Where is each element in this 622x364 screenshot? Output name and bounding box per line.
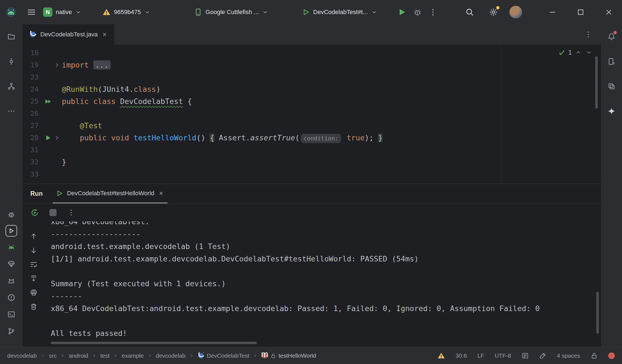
inspection-widget[interactable]: 1 bbox=[558, 49, 593, 56]
run-class-icon[interactable] bbox=[45, 98, 52, 105]
next-occurrence-button[interactable] bbox=[30, 247, 38, 254]
maximize-button[interactable] bbox=[573, 4, 588, 20]
folded-region[interactable]: } bbox=[378, 133, 382, 142]
soft-wrap-button[interactable] bbox=[30, 261, 38, 268]
device-selector[interactable]: Google Cuttlefish ... bbox=[190, 6, 272, 18]
line-number[interactable]: 32 bbox=[23, 156, 39, 168]
line-number[interactable]: 24 bbox=[23, 83, 39, 95]
search-button[interactable] bbox=[462, 4, 477, 20]
console-hscrollbar[interactable] bbox=[51, 342, 257, 344]
close-button[interactable] bbox=[601, 4, 616, 20]
avatar[interactable] bbox=[509, 6, 522, 18]
file-encoding[interactable]: UTF-8 bbox=[495, 352, 511, 359]
run-button[interactable] bbox=[394, 4, 410, 20]
structure-toolwindow-button[interactable] bbox=[5, 80, 18, 93]
logcat-toolwindow-button[interactable] bbox=[5, 274, 18, 287]
breadcrumb-item[interactable]: android bbox=[69, 352, 88, 359]
code-line[interactable]: 26 bbox=[23, 108, 601, 120]
more-toolwindows-button[interactable] bbox=[5, 105, 18, 117]
indent-style[interactable]: 4 spaces bbox=[557, 352, 580, 359]
line-number[interactable]: 27 bbox=[23, 120, 39, 132]
reader-mode-button[interactable] bbox=[522, 352, 529, 359]
console-more-button[interactable] bbox=[63, 205, 79, 220]
code-line[interactable]: 18 bbox=[23, 47, 601, 59]
console-vscrollbar[interactable] bbox=[596, 292, 599, 334]
code-line[interactable]: 27 @Test bbox=[23, 120, 601, 132]
readonly-toggle[interactable] bbox=[591, 352, 598, 359]
ide-error-indicator[interactable] bbox=[608, 352, 615, 359]
line-separator[interactable]: LF bbox=[477, 352, 484, 359]
code-line[interactable]: 28 public void testHelloWorld() { Assert… bbox=[23, 132, 601, 144]
run-toolwindow-button[interactable] bbox=[6, 225, 17, 237]
gemini-button[interactable] bbox=[605, 105, 618, 117]
prev-inspection-button[interactable] bbox=[575, 49, 582, 56]
line-number[interactable]: 28 bbox=[23, 132, 39, 144]
run-tab[interactable]: DevCodelabTest#testHelloWorld bbox=[53, 184, 168, 204]
print-button[interactable] bbox=[30, 289, 38, 296]
code-line[interactable]: 33 bbox=[23, 168, 601, 180]
code-line[interactable]: 24@RunWith(JUnit4.class) bbox=[23, 83, 601, 95]
scroll-to-end-button[interactable] bbox=[30, 275, 38, 282]
stop-icon bbox=[49, 209, 57, 216]
debug-toolwindow-button[interactable] bbox=[5, 208, 18, 221]
run-tab-close-icon[interactable] bbox=[158, 190, 164, 196]
run-configuration-selector[interactable]: DevCodelabTest#t... bbox=[298, 6, 381, 18]
code-line[interactable]: 19import ... bbox=[23, 59, 601, 71]
editor-scrollbar[interactable] bbox=[595, 56, 598, 109]
clear-console-button[interactable] bbox=[30, 303, 38, 311]
folded-region[interactable]: { bbox=[210, 133, 214, 142]
highlight-level-button[interactable] bbox=[539, 352, 546, 359]
version-control-toolwindow-button[interactable] bbox=[5, 325, 18, 338]
problems-toolwindow-button[interactable] bbox=[5, 291, 18, 304]
notifications-button[interactable] bbox=[605, 30, 618, 43]
caret-position[interactable]: 30:6 bbox=[456, 352, 467, 359]
code-line[interactable]: 31 bbox=[23, 144, 601, 156]
running-devices-button[interactable] bbox=[605, 80, 618, 93]
tab-close-icon[interactable] bbox=[102, 31, 108, 38]
tab-options-button[interactable] bbox=[581, 27, 596, 42]
breadcrumb-item[interactable]: test bbox=[100, 352, 110, 359]
vcs-widget[interactable]: 9659b475 bbox=[99, 6, 154, 18]
line-number[interactable]: 31 bbox=[23, 144, 39, 156]
breadcrumb-item[interactable]: devcodelab bbox=[156, 352, 185, 359]
commit-toolwindow-button[interactable] bbox=[5, 55, 18, 68]
device-manager-button[interactable] bbox=[605, 55, 618, 68]
folded-region[interactable]: ... bbox=[93, 60, 111, 69]
run-test-icon[interactable] bbox=[45, 134, 52, 141]
line-number[interactable]: 19 bbox=[23, 59, 39, 71]
line-number[interactable]: 25 bbox=[23, 95, 39, 108]
stop-button[interactable] bbox=[45, 205, 61, 220]
project-selector[interactable]: N native bbox=[39, 5, 85, 19]
analysis-warnings-indicator[interactable] bbox=[437, 352, 445, 360]
breadcrumb-item[interactable]: example bbox=[122, 352, 143, 359]
prev-occurrence-button[interactable] bbox=[30, 232, 38, 240]
android-toolwindow-button[interactable] bbox=[5, 241, 18, 253]
code-text: @RunWith(JUnit4.class) bbox=[62, 83, 161, 95]
debug-button[interactable] bbox=[410, 4, 425, 20]
breadcrumb-item[interactable]: CDevCodelabTest bbox=[198, 352, 249, 359]
fold-chevron-icon[interactable] bbox=[54, 135, 60, 141]
code-line[interactable]: 32} bbox=[23, 156, 601, 168]
console-output[interactable]: x86_64 DevCodelabTest:------------------… bbox=[45, 221, 601, 347]
project-toolwindow-button[interactable] bbox=[5, 30, 18, 43]
breadcrumb-item[interactable]: devcodelab bbox=[7, 352, 37, 359]
terminal-toolwindow-button[interactable] bbox=[5, 308, 18, 321]
rerun-button[interactable] bbox=[27, 205, 42, 220]
line-number[interactable]: 33 bbox=[23, 168, 39, 180]
line-number[interactable]: 26 bbox=[23, 108, 39, 120]
more-actions-button[interactable] bbox=[425, 4, 441, 20]
settings-button[interactable] bbox=[486, 4, 501, 20]
line-number[interactable]: 18 bbox=[23, 47, 39, 59]
code-editor[interactable]: 1819import ...2324@RunWith(JUnit4.class)… bbox=[23, 45, 601, 184]
fold-chevron-icon[interactable] bbox=[54, 62, 60, 68]
code-line[interactable]: 23 bbox=[23, 71, 601, 83]
code-line[interactable]: 25public class DevCodelabTest { bbox=[23, 95, 601, 108]
breadcrumb-item[interactable]: src bbox=[49, 352, 57, 359]
minimize-button[interactable] bbox=[545, 4, 560, 20]
next-inspection-button[interactable] bbox=[585, 49, 593, 56]
line-number[interactable]: 23 bbox=[23, 71, 39, 83]
editor-tab[interactable]: C DevCodelabTest.java bbox=[23, 24, 114, 45]
profiler-toolwindow-button[interactable] bbox=[5, 258, 18, 270]
main-menu-button[interactable] bbox=[24, 4, 39, 20]
breadcrumb-item[interactable]: mtestHelloWorld bbox=[261, 352, 316, 359]
